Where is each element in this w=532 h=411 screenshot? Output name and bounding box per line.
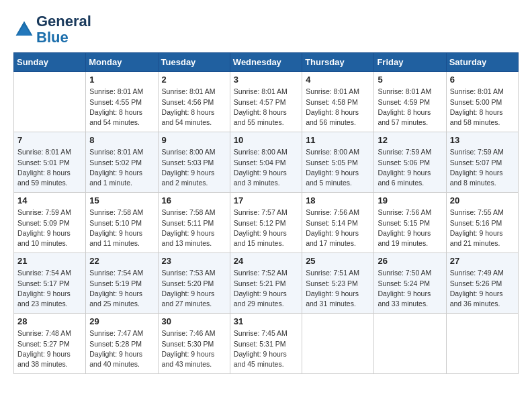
calendar-cell: 10Sunrise: 8:00 AMSunset: 5:04 PMDayligh… — [230, 132, 302, 193]
calendar-cell: 17Sunrise: 7:57 AMSunset: 5:12 PMDayligh… — [230, 193, 302, 253]
day-info: Sunrise: 7:59 AMSunset: 5:06 PMDaylight:… — [378, 147, 442, 188]
calendar-cell — [374, 314, 446, 374]
calendar-cell: 9Sunrise: 8:00 AMSunset: 5:03 PMDaylight… — [158, 132, 230, 193]
calendar-cell: 25Sunrise: 7:51 AMSunset: 5:23 PMDayligh… — [302, 253, 374, 314]
calendar-cell: 26Sunrise: 7:50 AMSunset: 5:24 PMDayligh… — [374, 253, 446, 314]
calendar-cell: 1Sunrise: 8:01 AMSunset: 4:55 PMDaylight… — [86, 72, 158, 132]
day-number: 30 — [162, 316, 226, 326]
calendar-cell: 19Sunrise: 7:56 AMSunset: 5:15 PMDayligh… — [374, 193, 446, 253]
calendar-cell: 23Sunrise: 7:53 AMSunset: 5:20 PMDayligh… — [158, 253, 230, 314]
day-info: Sunrise: 7:59 AMSunset: 5:07 PMDaylight:… — [450, 147, 515, 188]
calendar-cell: 21Sunrise: 7:54 AMSunset: 5:17 PMDayligh… — [14, 253, 86, 314]
calendar-cell: 2Sunrise: 8:01 AMSunset: 4:56 PMDaylight… — [158, 72, 230, 132]
calendar-cell: 6Sunrise: 8:01 AMSunset: 5:00 PMDaylight… — [446, 72, 518, 132]
day-info: Sunrise: 7:53 AMSunset: 5:20 PMDaylight:… — [162, 268, 226, 309]
day-info: Sunrise: 7:54 AMSunset: 5:17 PMDaylight:… — [17, 268, 82, 309]
calendar-cell: 12Sunrise: 7:59 AMSunset: 5:06 PMDayligh… — [374, 132, 446, 193]
day-info: Sunrise: 7:47 AMSunset: 5:28 PMDaylight:… — [89, 328, 154, 369]
calendar-cell: 14Sunrise: 7:59 AMSunset: 5:09 PMDayligh… — [14, 193, 86, 253]
day-number: 22 — [89, 256, 154, 266]
calendar-cell: 24Sunrise: 7:52 AMSunset: 5:21 PMDayligh… — [230, 253, 302, 314]
day-info: Sunrise: 8:01 AMSunset: 4:56 PMDaylight:… — [162, 87, 226, 128]
calendar-cell — [14, 72, 86, 132]
day-number: 2 — [162, 75, 226, 85]
day-info: Sunrise: 8:01 AMSunset: 4:57 PMDaylight:… — [234, 87, 298, 128]
calendar-cell: 20Sunrise: 7:55 AMSunset: 5:16 PMDayligh… — [446, 193, 518, 253]
calendar-cell: 15Sunrise: 7:58 AMSunset: 5:10 PMDayligh… — [86, 193, 158, 253]
day-number: 27 — [450, 256, 515, 266]
calendar-cell: 30Sunrise: 7:46 AMSunset: 5:30 PMDayligh… — [158, 314, 230, 374]
calendar-cell: 22Sunrise: 7:54 AMSunset: 5:19 PMDayligh… — [86, 253, 158, 314]
day-number: 14 — [17, 195, 82, 205]
calendar-week-row: 7Sunrise: 8:01 AMSunset: 5:01 PMDaylight… — [14, 132, 519, 193]
day-info: Sunrise: 8:01 AMSunset: 4:59 PMDaylight:… — [378, 87, 442, 128]
day-number: 28 — [17, 316, 82, 326]
logo-icon — [13, 19, 35, 40]
day-info: Sunrise: 8:01 AMSunset: 4:55 PMDaylight:… — [89, 87, 154, 128]
day-number: 31 — [234, 316, 298, 326]
day-number: 15 — [89, 195, 154, 205]
day-number: 11 — [306, 135, 370, 145]
day-info: Sunrise: 7:56 AMSunset: 5:15 PMDaylight:… — [378, 208, 442, 248]
day-number: 12 — [378, 135, 442, 145]
day-number: 3 — [234, 75, 298, 85]
day-info: Sunrise: 7:54 AMSunset: 5:19 PMDaylight:… — [89, 268, 154, 309]
day-info: Sunrise: 7:57 AMSunset: 5:12 PMDaylight:… — [234, 208, 298, 248]
day-info: Sunrise: 7:58 AMSunset: 5:11 PMDaylight:… — [162, 208, 226, 248]
day-info: Sunrise: 7:56 AMSunset: 5:14 PMDaylight:… — [306, 208, 370, 248]
day-number: 7 — [17, 135, 82, 145]
calendar-cell: 29Sunrise: 7:47 AMSunset: 5:28 PMDayligh… — [86, 314, 158, 374]
day-number: 4 — [306, 75, 370, 85]
calendar-cell: 5Sunrise: 8:01 AMSunset: 4:59 PMDaylight… — [374, 72, 446, 132]
day-info: Sunrise: 8:00 AMSunset: 5:04 PMDaylight:… — [234, 147, 298, 188]
day-of-week-header: Friday — [374, 53, 446, 72]
day-of-week-header: Monday — [86, 53, 158, 72]
calendar-cell: 28Sunrise: 7:48 AMSunset: 5:27 PMDayligh… — [14, 314, 86, 374]
day-number: 1 — [89, 75, 154, 85]
logo-text: General Blue — [36, 13, 91, 46]
calendar-cell: 16Sunrise: 7:58 AMSunset: 5:11 PMDayligh… — [158, 193, 230, 253]
day-info: Sunrise: 7:45 AMSunset: 5:31 PMDaylight:… — [234, 328, 298, 369]
day-of-week-header: Tuesday — [158, 53, 230, 72]
day-info: Sunrise: 7:48 AMSunset: 5:27 PMDaylight:… — [17, 328, 82, 369]
calendar-week-row: 1Sunrise: 8:01 AMSunset: 4:55 PMDaylight… — [14, 72, 519, 132]
day-info: Sunrise: 7:46 AMSunset: 5:30 PMDaylight:… — [162, 328, 226, 369]
day-number: 8 — [89, 135, 154, 145]
day-info: Sunrise: 7:55 AMSunset: 5:16 PMDaylight:… — [450, 208, 515, 248]
calendar-cell: 27Sunrise: 7:49 AMSunset: 5:26 PMDayligh… — [446, 253, 518, 314]
day-number: 10 — [234, 135, 298, 145]
day-number: 29 — [89, 316, 154, 326]
calendar-header-row: SundayMondayTuesdayWednesdayThursdayFrid… — [14, 53, 519, 72]
day-info: Sunrise: 7:58 AMSunset: 5:10 PMDaylight:… — [89, 208, 154, 248]
day-info: Sunrise: 7:59 AMSunset: 5:09 PMDaylight:… — [17, 208, 82, 248]
page-header: General Blue — [13, 13, 519, 46]
calendar-cell: 31Sunrise: 7:45 AMSunset: 5:31 PMDayligh… — [230, 314, 302, 374]
calendar-cell: 3Sunrise: 8:01 AMSunset: 4:57 PMDaylight… — [230, 72, 302, 132]
day-of-week-header: Wednesday — [230, 53, 302, 72]
calendar-week-row: 14Sunrise: 7:59 AMSunset: 5:09 PMDayligh… — [14, 193, 519, 253]
day-number: 9 — [162, 135, 226, 145]
day-number: 21 — [17, 256, 82, 266]
day-number: 17 — [234, 195, 298, 205]
day-info: Sunrise: 7:51 AMSunset: 5:23 PMDaylight:… — [306, 268, 370, 309]
day-number: 20 — [450, 195, 515, 205]
calendar-cell: 8Sunrise: 8:01 AMSunset: 5:02 PMDaylight… — [86, 132, 158, 193]
calendar-cell: 18Sunrise: 7:56 AMSunset: 5:14 PMDayligh… — [302, 193, 374, 253]
day-number: 25 — [306, 256, 370, 266]
day-of-week-header: Sunday — [14, 53, 86, 72]
calendar-cell — [446, 314, 518, 374]
logo: General Blue — [13, 13, 91, 46]
day-of-week-header: Saturday — [446, 53, 518, 72]
day-number: 26 — [378, 256, 442, 266]
day-info: Sunrise: 7:52 AMSunset: 5:21 PMDaylight:… — [234, 268, 298, 309]
calendar-cell: 4Sunrise: 8:01 AMSunset: 4:58 PMDaylight… — [302, 72, 374, 132]
calendar-cell — [302, 314, 374, 374]
day-number: 24 — [234, 256, 298, 266]
day-info: Sunrise: 8:01 AMSunset: 4:58 PMDaylight:… — [306, 87, 370, 128]
calendar-cell: 13Sunrise: 7:59 AMSunset: 5:07 PMDayligh… — [446, 132, 518, 193]
day-info: Sunrise: 8:01 AMSunset: 5:02 PMDaylight:… — [89, 147, 154, 188]
calendar-week-row: 28Sunrise: 7:48 AMSunset: 5:27 PMDayligh… — [14, 314, 519, 374]
calendar-table: SundayMondayTuesdayWednesdayThursdayFrid… — [13, 52, 519, 374]
day-number: 19 — [378, 195, 442, 205]
day-number: 23 — [162, 256, 226, 266]
